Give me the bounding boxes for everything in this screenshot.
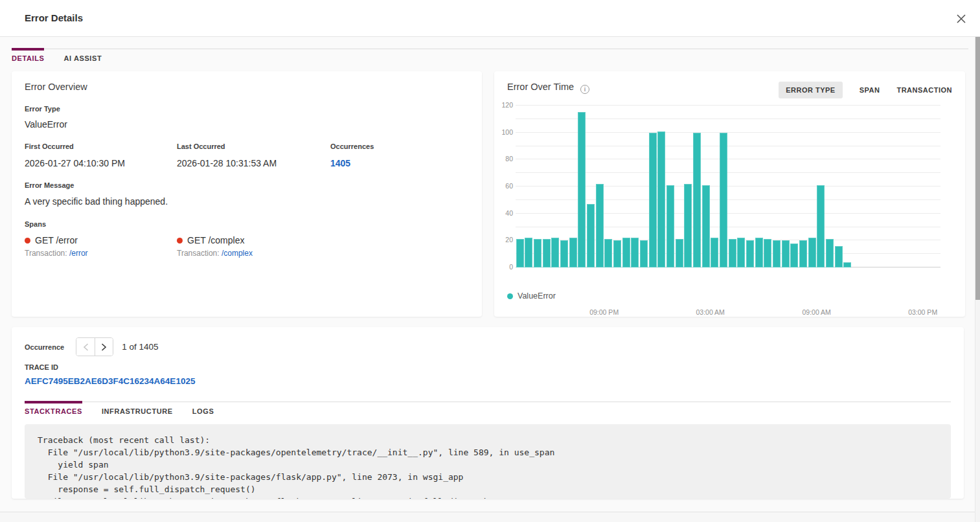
chart-bar[interactable] [755, 238, 763, 267]
chart-bar[interactable] [578, 112, 586, 267]
chart-bar[interactable] [782, 240, 790, 267]
transaction-link[interactable]: /complex [222, 249, 253, 258]
chart-bar[interactable] [799, 240, 807, 267]
y-tick-label: 100 [501, 128, 513, 136]
chart-bar[interactable] [737, 238, 745, 267]
chart-bar[interactable] [790, 244, 798, 268]
transaction-link[interactable]: /error [69, 249, 88, 258]
chart-bar[interactable] [657, 131, 665, 267]
groupby-error-type-button[interactable]: ERROR TYPE [779, 82, 843, 98]
trace-id-label: TRACE ID [25, 363, 58, 371]
chart-bar[interactable] [604, 239, 612, 267]
chart-bar[interactable] [543, 239, 551, 267]
chart-plot [516, 106, 940, 267]
chart-bar[interactable] [720, 133, 727, 267]
scrollbar-thumb[interactable] [975, 37, 980, 300]
y-tick-label: 0 [509, 263, 513, 271]
chart-bar[interactable] [560, 240, 568, 267]
modal-title: Error Details [25, 12, 83, 23]
chart-bar[interactable] [649, 133, 657, 267]
chart-bar[interactable] [843, 262, 851, 267]
chart-bar[interactable] [835, 246, 843, 267]
chart-bar[interactable] [551, 238, 559, 267]
chart-bar[interactable] [817, 185, 825, 267]
chart-bar[interactable] [622, 238, 630, 267]
next-occurrence-button[interactable] [95, 338, 113, 356]
chart-bar[interactable] [596, 184, 604, 267]
tab-stacktraces[interactable]: STACKTRACES [25, 401, 82, 415]
error-details-modal: Error Details DETAILS AI ASSIST Error Ov… [0, 0, 980, 522]
transaction-label: Transaction: [25, 249, 69, 258]
tab-details[interactable]: DETAILS [12, 48, 44, 62]
occurrence-nav [76, 337, 113, 356]
close-icon [957, 14, 966, 23]
chart-bar[interactable] [684, 184, 692, 267]
tab-logs[interactable]: LOGS [192, 401, 214, 415]
error-type-value: ValueError [25, 119, 67, 130]
error-overview-title: Error Overview [25, 82, 87, 92]
chart-bar[interactable] [667, 185, 674, 267]
chart-bar[interactable] [773, 240, 781, 267]
chart-bar[interactable] [525, 238, 532, 267]
chevron-left-icon [83, 343, 89, 351]
chart-bar[interactable] [569, 238, 577, 267]
error-dot-icon [25, 238, 30, 244]
chart-bar[interactable] [746, 240, 754, 267]
chart-bar[interactable] [729, 239, 736, 267]
previous-occurrence-button[interactable] [76, 338, 95, 356]
footer-strip [0, 512, 980, 522]
span-name: GET /error [35, 235, 78, 245]
chart-bar[interactable] [693, 133, 701, 267]
y-tick-label: 20 [505, 236, 513, 244]
chart-title: Error Over Timei [507, 82, 589, 94]
error-message-label: Error Message [25, 181, 74, 189]
span-name: GET /complex [187, 235, 244, 245]
occurrence-label: Occurrence [25, 343, 64, 351]
occurrences-count-link[interactable]: 1405 [330, 158, 350, 168]
y-tick-label: 60 [505, 182, 513, 190]
span-item: GET /complex Transaction: /complex [177, 235, 253, 258]
occurrences-label: Occurrences [330, 142, 374, 150]
chart-legend[interactable]: ValueError [507, 291, 556, 301]
chart-bar[interactable] [764, 239, 771, 267]
y-tick-label: 80 [505, 155, 513, 163]
last-occurred-value: 2026-01-28 10:31:53 AM [177, 158, 277, 168]
error-over-time-card: Error Over Timei ERROR TYPE SPAN TRANSAC… [494, 71, 965, 317]
x-tick-label: 03:00 AM [696, 308, 724, 316]
occurrence-tabbar: STACKTRACES INFRASTRUCTURE LOGS [25, 401, 951, 415]
span-item: GET /error Transaction: /error [25, 235, 88, 258]
y-tick-label: 120 [501, 101, 513, 109]
chart-bar[interactable] [516, 239, 524, 267]
stacktrace-code-block[interactable]: Traceback (most recent call last): File … [25, 424, 951, 499]
chart-bar[interactable] [676, 239, 683, 267]
chart-bar[interactable] [613, 240, 621, 267]
chart-bar[interactable] [587, 204, 595, 267]
trace-id-link[interactable]: AEFC7495EB2AE6D3F4C16234A64E1025 [25, 376, 195, 386]
chart-bar[interactable] [631, 238, 639, 267]
tab-infrastructure[interactable]: INFRASTRUCTURE [102, 401, 173, 415]
chart-bar[interactable] [640, 240, 648, 267]
close-button[interactable] [953, 10, 970, 27]
info-icon[interactable]: i [580, 85, 589, 94]
legend-label: ValueError [518, 291, 556, 301]
error-dot-icon [177, 238, 183, 244]
chart-x-axis: 09:00 PM03:00 AM09:00 AM03:00 PM [516, 308, 940, 317]
chart-bar[interactable] [711, 238, 718, 267]
chart-bar[interactable] [702, 185, 710, 267]
groupby-span-button[interactable]: SPAN [860, 86, 880, 94]
chart-bar[interactable] [808, 238, 816, 267]
groupby-transaction-button[interactable]: TRANSACTION [896, 86, 952, 94]
chart-groupby-buttons: ERROR TYPE SPAN TRANSACTION [779, 82, 952, 98]
chart-bar[interactable] [534, 239, 541, 267]
occurrence-card: Occurrence 1 of 1405 TRACE ID AEFC7495EB… [12, 327, 964, 499]
transaction-label: Transaction: [177, 249, 222, 258]
x-tick-label: 03:00 PM [908, 308, 937, 316]
scrollbar-track[interactable] [975, 37, 980, 522]
first-occurred-label: First Occurred [25, 142, 74, 150]
modal-tabbar: DETAILS AI ASSIST [12, 48, 968, 62]
chart-bar[interactable] [826, 239, 834, 267]
x-tick-label: 09:00 AM [802, 308, 830, 316]
tab-ai-assist[interactable]: AI ASSIST [63, 48, 102, 62]
gridline [516, 105, 940, 106]
error-message-value: A very specific bad thing happened. [25, 196, 168, 207]
